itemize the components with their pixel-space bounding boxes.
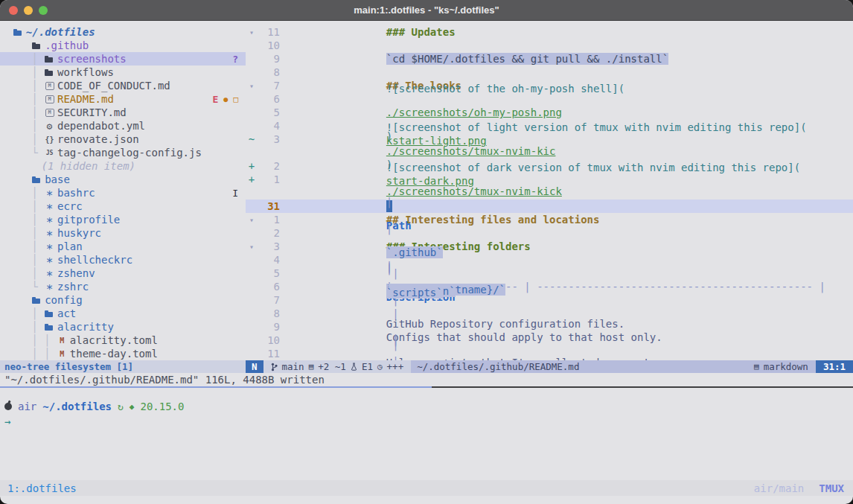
shell-pane[interactable]: air ~/.dotfiles ↻ ◆ 20.15.0 → (0, 388, 853, 480)
tree-guide: │ (0, 93, 44, 105)
file-icon (44, 280, 55, 293)
tree-item[interactable]: │ SECURITY.md (0, 106, 246, 119)
tree-item[interactable]: │ act (0, 307, 246, 320)
prompt-host: air (18, 401, 36, 412)
tree-item[interactable]: │ zshenv (0, 267, 246, 280)
node-version: 20.15.0 (140, 401, 184, 412)
line-number: 5 (258, 106, 280, 118)
tree-item[interactable]: │ CODE_OF_CONDUCT.md (0, 79, 246, 92)
tree-item[interactable]: │ README.md E ● □ (0, 92, 246, 106)
line-number: 9 (258, 53, 280, 65)
tree-item[interactable]: │ gitprofile (0, 213, 246, 226)
gutter-marker: + (246, 160, 258, 172)
file-icon (44, 320, 55, 334)
tree-item[interactable]: │ plan (0, 240, 246, 253)
file-icon (57, 347, 68, 360)
tree-item-label: ecrc (57, 200, 83, 212)
tree-item[interactable]: │ │ theme-day.toml (0, 347, 246, 360)
neotree-statusline: neo-tree filesystem [1] (0, 360, 246, 373)
tree-item[interactable]: base (0, 173, 246, 186)
file-icon (44, 92, 55, 106)
tree-item[interactable]: │ dependabot.yml (0, 119, 246, 133)
markdown-icon: ▤ (754, 360, 759, 373)
tree-item[interactable]: │ huskyrc (0, 226, 246, 240)
file-icon (44, 52, 55, 66)
close-button[interactable] (9, 6, 18, 15)
line-number: 5 (258, 267, 280, 279)
tree-guide: │ (0, 214, 44, 226)
line-number: 31 (258, 200, 280, 212)
text-segment: | (386, 223, 399, 235)
tmux-status-right: air/main TMUX (754, 482, 853, 494)
tree-guide (0, 294, 31, 306)
tree-item-label: ~/.dotfiles (26, 26, 95, 38)
file-icon (44, 66, 55, 79)
clock-icon: ◷ (377, 360, 383, 373)
file-icon (44, 133, 55, 146)
gutter-marker: ~ (246, 133, 258, 145)
git-stats: +2 ~1 (318, 360, 346, 373)
tree-item-badge: E (213, 94, 219, 105)
tree-item[interactable]: └ tag-changelog-config.js (0, 146, 246, 159)
terminal-content: ~/.dotfiles .github (0, 21, 853, 504)
tree-item-badge: ● (223, 95, 228, 103)
tree-guide: │ │ (0, 334, 57, 346)
tmux-session-name: air/main (754, 482, 804, 494)
tree-item-label: act (57, 307, 76, 319)
text-segment: | (386, 263, 399, 275)
file-icon (44, 119, 55, 133)
file-icon (44, 307, 55, 320)
tree-item[interactable]: └ zshrc (0, 280, 246, 293)
file-icon (31, 173, 42, 186)
tree-item-label: renovate.json (57, 133, 139, 145)
line-number: 11 (258, 348, 280, 360)
statusline: neo-tree filesystem [1] N main ▤ +2 ~1 E… (0, 360, 853, 373)
tree-item[interactable]: │ ecrc (0, 200, 246, 213)
line-number: 1 (258, 173, 280, 185)
tree-item-label: CODE_OF_CONDUCT.md (57, 80, 170, 92)
tree-item[interactable]: │ │ alacritty.toml (0, 334, 246, 347)
tree-item-label: workflows (57, 66, 114, 78)
tree-guide: │ (0, 106, 44, 118)
tree-item-label: theme-day.toml (70, 348, 158, 360)
cursor-position: 31:1 (816, 360, 853, 373)
tmux-label: TMUX (819, 482, 844, 494)
tmux-status-bar: 1:.dotfiles air/main TMUX (0, 480, 853, 496)
tree-item[interactable]: ~/.dotfiles (0, 25, 246, 39)
tree-item-label: plan (57, 240, 83, 252)
branch-icon (271, 363, 278, 371)
terminal-window: main:1:.dotfiles - "ks~/.dotfiles" ~/.do… (0, 0, 853, 504)
tree-item[interactable]: (1 hidden item) (0, 159, 246, 173)
file-icon (44, 253, 55, 267)
tree-item[interactable]: .github (0, 39, 246, 52)
tree-guide (0, 39, 31, 51)
tree-item-label: README.md (57, 93, 114, 105)
line-number: 7 (258, 294, 280, 306)
window-controls (9, 0, 48, 21)
tmux-window-tab[interactable]: 1:.dotfiles (0, 482, 77, 494)
tree-item[interactable]: │ screenshots ? (0, 52, 246, 66)
file-icon (31, 39, 42, 52)
tree-item[interactable]: │ renovate.json (0, 133, 246, 146)
git-branch: main (282, 360, 304, 373)
tree-item[interactable]: │ shellcheckrc (0, 253, 246, 267)
file-icon (44, 226, 55, 240)
tree-item[interactable]: │ alacritty (0, 320, 246, 334)
diagnostics-count: E1 (362, 360, 373, 373)
git-status-segment: main ▤ +2 ~1 E1 ◷ +++ (263, 360, 412, 373)
minimize-button[interactable] (24, 6, 33, 15)
tree-item[interactable]: │ workflows (0, 66, 246, 79)
tree-item-label: (1 hidden item) (42, 160, 135, 172)
tree-item-label: gitprofile (57, 214, 120, 226)
zoom-button[interactable] (39, 6, 48, 15)
hunk-indicator: +++ (387, 360, 404, 373)
tree-guide: │ (0, 321, 44, 333)
tree-item[interactable]: config (0, 293, 246, 307)
tree-item-badge: ? (232, 54, 238, 65)
file-icon (57, 334, 68, 347)
nvim-pane: ~/.dotfiles .github (0, 21, 853, 360)
tree-item-label: SECURITY.md (57, 106, 127, 118)
line-number: 6 (258, 281, 280, 293)
tree-item-label: alacritty.toml (70, 334, 158, 346)
tree-item[interactable]: │ bashrc I (0, 186, 246, 200)
